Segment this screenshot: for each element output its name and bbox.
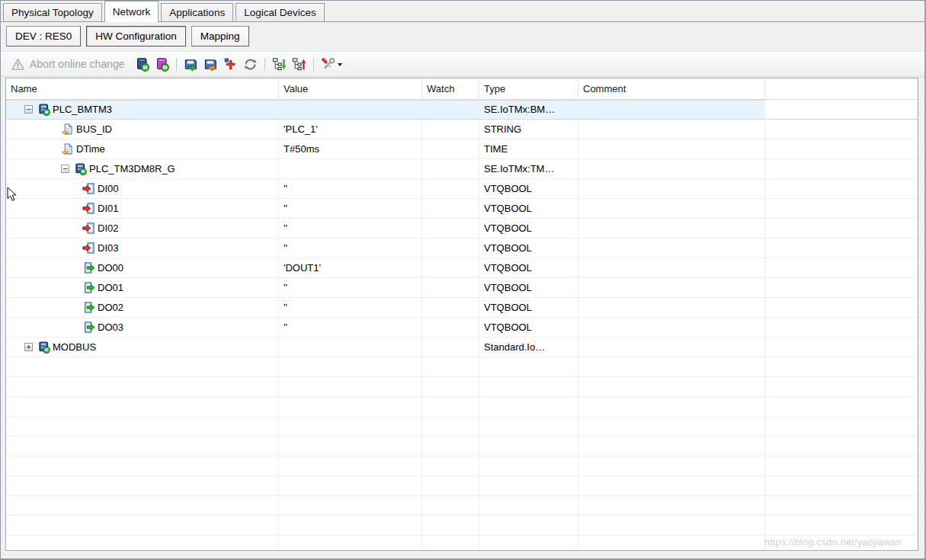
toolbar: Abort online change [1,51,924,77]
value-cell[interactable]: '' [279,238,422,258]
table-row-do00[interactable]: DO00'DOUT1'VTQBOOL [6,258,918,278]
collapse-all-icon[interactable] [292,57,306,72]
table-row-bus_id[interactable]: BUS_ID'PLC_1'STRING [6,120,918,139]
table-row-di00[interactable]: DI00''VTQBOOL [6,179,918,199]
watch-cell[interactable] [422,318,479,337]
watch-cell[interactable] [422,238,479,258]
refresh-icon [243,57,258,72]
column-header-watch[interactable]: Watch [422,78,479,99]
filler-cell [765,278,918,297]
tools-dropdown-icon[interactable] [321,57,342,72]
value-cell[interactable]: '' [279,278,422,297]
type-cell: VTQBOOL [479,318,578,337]
value-cell[interactable]: '' [279,179,422,198]
type-cell [479,377,578,396]
empty-row [6,377,918,397]
device-icon [74,162,87,175]
dropdown-caret-icon [338,63,342,69]
watch-cell[interactable] [422,100,479,119]
value-cell[interactable] [279,159,422,178]
toolbar-separator [313,58,314,71]
tab-physical-topology[interactable]: Physical Topology [3,3,102,21]
table-row-modbus[interactable]: +MODBUSStandard.Io… [6,338,918,357]
mapping-button[interactable]: Mapping [191,26,249,46]
watch-cell[interactable] [422,120,479,139]
table-row-plc_tm3dm8r_g[interactable]: −PLC_TM3DM8R_GSE.IoTMx:TM… [6,159,918,179]
watch-cell[interactable] [422,219,479,238]
main-tab-bar: Physical Topology Network Applications L… [1,1,924,22]
watch-cell[interactable] [422,199,479,218]
value-cell [279,437,422,456]
tab-applications[interactable]: Applications [161,3,233,21]
table-row-di02[interactable]: DI02''VTQBOOL [6,219,918,238]
type-cell: VTQBOOL [479,298,578,317]
network-connection-icon[interactable] [223,57,238,72]
watch-cell[interactable] [422,139,479,158]
expand-all-icon[interactable] [272,57,287,72]
row-name-label: DO03 [98,322,123,333]
comment-cell [578,397,765,416]
type-cell: Standard.Io… [479,338,578,357]
column-header-comment[interactable]: Comment [578,78,765,99]
table-row-dtime[interactable]: DTimeT#50msTIME [6,139,918,159]
value-cell [279,456,422,475]
watch-cell[interactable] [422,159,479,178]
import-file-icon[interactable] [203,57,218,72]
dev-res0-button[interactable]: DEV : RES0 [6,26,81,46]
watch-cell[interactable] [422,278,479,297]
watch-cell[interactable] [422,179,479,198]
expand-node-icon[interactable]: + [24,343,33,351]
refresh-icon[interactable] [243,57,258,72]
type-cell: SE.IoTMx:BM… [479,100,578,119]
tab-network[interactable]: Network [104,1,159,22]
watch-cell[interactable] [422,258,479,277]
table-row-do01[interactable]: DO01''VTQBOOL [6,278,918,298]
collapse-node-icon[interactable]: − [24,105,33,114]
comment-cell [578,417,765,436]
row-name-label: PLC_TM3DM8R_G [89,163,175,174]
row-name-label: DO00 [98,262,123,274]
value-cell[interactable]: '' [279,318,422,337]
column-header-value[interactable]: Value [279,78,422,99]
watch-cell [422,496,479,515]
name-cell: DO02 [6,298,279,317]
name-cell [6,437,279,456]
column-header-type[interactable]: Type [479,78,578,99]
watch-cell[interactable] [422,338,479,357]
filler-cell [765,476,918,495]
hw-configuration-button[interactable]: HW Configuration [86,26,186,46]
table-row-plc_bmtm3[interactable]: −PLC_BMTM3SE.IoTMx:BM… [6,100,918,120]
value-cell[interactable] [279,338,422,357]
value-cell[interactable]: 'DOUT1' [279,258,422,277]
column-header-name[interactable]: Name [6,78,279,99]
value-cell[interactable]: '' [279,199,422,218]
name-cell [6,377,279,396]
collapse-node-icon[interactable]: − [61,165,69,173]
device-library-pink-icon[interactable] [155,57,169,72]
abort-online-change-button[interactable]: Abort online change [11,57,125,72]
table-row-do03[interactable]: DO03''VTQBOOL [6,318,918,338]
name-cell [6,536,279,551]
name-cell: DI02 [6,219,279,238]
param-icon [61,123,74,136]
watch-cell[interactable] [422,298,479,317]
filler-cell [765,199,918,218]
value-cell[interactable]: 'PLC_1' [279,120,422,139]
input-icon [82,202,95,215]
name-cell: DO01 [6,278,279,297]
table-row-di03[interactable]: DI03''VTQBOOL [6,238,918,258]
value-cell[interactable]: T#50ms [279,139,422,158]
value-cell[interactable] [279,100,422,119]
device-library-blue-icon[interactable] [135,57,149,72]
output-icon [82,281,95,294]
filler-cell [765,437,918,456]
export-file-icon[interactable] [184,57,198,72]
watch-cell [422,476,479,495]
tab-logical-devices[interactable]: Logical Devices [236,3,325,21]
row-name-label: BUS_ID [76,123,112,135]
device-library-pink-icon [155,57,169,72]
value-cell[interactable]: '' [279,219,422,238]
table-row-do02[interactable]: DO02''VTQBOOL [6,298,918,318]
table-row-di01[interactable]: DI01''VTQBOOL [6,199,918,219]
value-cell[interactable]: '' [279,298,422,317]
